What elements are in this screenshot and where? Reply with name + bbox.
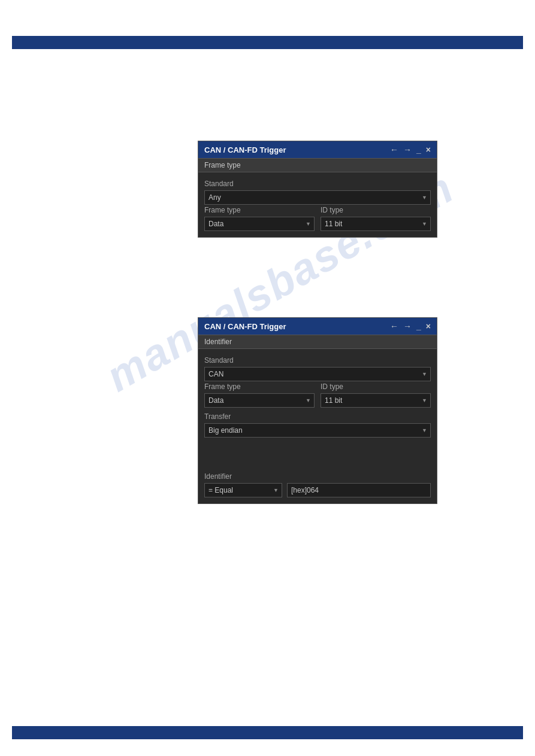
dialog-2-body: Standard Any CAN CAN FD Frame type Data … bbox=[198, 349, 437, 503]
dialog-1-back-button[interactable]: ← bbox=[390, 145, 398, 154]
bottom-bar bbox=[12, 726, 523, 739]
dialog-2-transfer-label: Transfer bbox=[204, 412, 431, 421]
dialog-1-title: CAN / CAN-FD Trigger bbox=[204, 145, 286, 154]
dialog-1-idtype-label: ID type bbox=[321, 206, 431, 214]
dialog-1-close-button[interactable]: × bbox=[426, 145, 431, 154]
dialog-2-titlebar: CAN / CAN-FD Trigger ← → _ × bbox=[198, 318, 437, 335]
dialog-2-spacer bbox=[204, 438, 431, 467]
dialog-2-identifier-input[interactable] bbox=[287, 483, 431, 497]
dialog-2-close-button[interactable]: × bbox=[426, 321, 431, 331]
dialog-2-identifier-row: = Equal ≠ Not equal > Greater < Less bbox=[204, 483, 431, 497]
dialog-2-frametype-wrapper[interactable]: Data Remote Error Overload bbox=[204, 393, 315, 408]
dialog-1-minimize-button[interactable]: _ bbox=[416, 145, 421, 154]
dialog-2-type-row: Frame type Data Remote Error Overload ID… bbox=[204, 381, 431, 408]
dialog-1-controls: ← → _ × bbox=[390, 145, 431, 154]
dialog-1-frametype-label: Frame type bbox=[204, 206, 315, 214]
dialog-1-frametype-group: Frame type Data Remote Error Overload bbox=[204, 205, 315, 231]
dialog-2-frametype-group: Frame type Data Remote Error Overload bbox=[204, 381, 315, 408]
dialog-2-identifier-label: Identifier bbox=[204, 472, 431, 481]
dialog-1-standard-label: Standard bbox=[204, 180, 431, 188]
dialog-2-title: CAN / CAN-FD Trigger bbox=[204, 322, 286, 331]
dialog-2-identifier-prefix-wrapper[interactable]: = Equal ≠ Not equal > Greater < Less bbox=[204, 483, 282, 497]
dialog-2-idtype-label: ID type bbox=[321, 382, 431, 391]
dialog-2-standard-label: Standard bbox=[204, 356, 431, 365]
top-bar bbox=[12, 36, 523, 49]
dialog-1-section-header: Frame type bbox=[198, 158, 437, 172]
dialog-1-frametype-wrapper[interactable]: Data Remote Error Overload bbox=[204, 217, 315, 231]
dialog-2-minimize-button[interactable]: _ bbox=[416, 321, 421, 331]
dialog-2-back-button[interactable]: ← bbox=[390, 321, 398, 331]
dialog-2-controls: ← → _ × bbox=[390, 321, 431, 331]
dialog-2-identifier-prefix-select[interactable]: = Equal ≠ Not equal > Greater < Less bbox=[204, 483, 282, 497]
dialog-1-titlebar: CAN / CAN-FD Trigger ← → _ × bbox=[198, 141, 437, 158]
dialog-2-idtype-group: ID type 11 bit 29 bit bbox=[321, 381, 431, 408]
dialog-1-body: Standard Any CAN CAN FD Frame type Data … bbox=[198, 172, 437, 237]
dialog-2-transfer-wrapper[interactable]: Big endian Little endian bbox=[204, 423, 431, 438]
dialog-2-transfer-select[interactable]: Big endian Little endian bbox=[204, 423, 431, 438]
dialog-2-standard-wrapper[interactable]: Any CAN CAN FD bbox=[204, 367, 431, 381]
dialog-1-forward-button[interactable]: → bbox=[403, 145, 412, 154]
dialog-1-idtype-wrapper[interactable]: 11 bit 29 bit bbox=[321, 217, 431, 231]
dialog-1-frametype-select[interactable]: Data Remote Error Overload bbox=[204, 217, 315, 231]
dialog-1-standard-select[interactable]: Any CAN CAN FD bbox=[204, 190, 431, 205]
dialog-2-forward-button[interactable]: → bbox=[403, 321, 412, 331]
dialog-1-idtype-group: ID type 11 bit 29 bit bbox=[321, 205, 431, 231]
dialog-identifier: CAN / CAN-FD Trigger ← → _ × Identifier … bbox=[198, 317, 437, 504]
dialog-2-idtype-select[interactable]: 11 bit 29 bit bbox=[321, 393, 431, 408]
dialog-frame-type: CAN / CAN-FD Trigger ← → _ × Frame type … bbox=[198, 141, 437, 238]
dialog-2-standard-select[interactable]: Any CAN CAN FD bbox=[204, 367, 431, 381]
dialog-2-section-header: Identifier bbox=[198, 335, 437, 349]
dialog-1-idtype-select[interactable]: 11 bit 29 bit bbox=[321, 217, 431, 231]
dialog-2-frametype-label: Frame type bbox=[204, 382, 315, 391]
dialog-2-idtype-wrapper[interactable]: 11 bit 29 bit bbox=[321, 393, 431, 408]
dialog-2-frametype-select[interactable]: Data Remote Error Overload bbox=[204, 393, 315, 408]
dialog-1-standard-wrapper[interactable]: Any CAN CAN FD bbox=[204, 190, 431, 205]
dialog-1-bottom-row: Frame type Data Remote Error Overload ID… bbox=[204, 205, 431, 231]
